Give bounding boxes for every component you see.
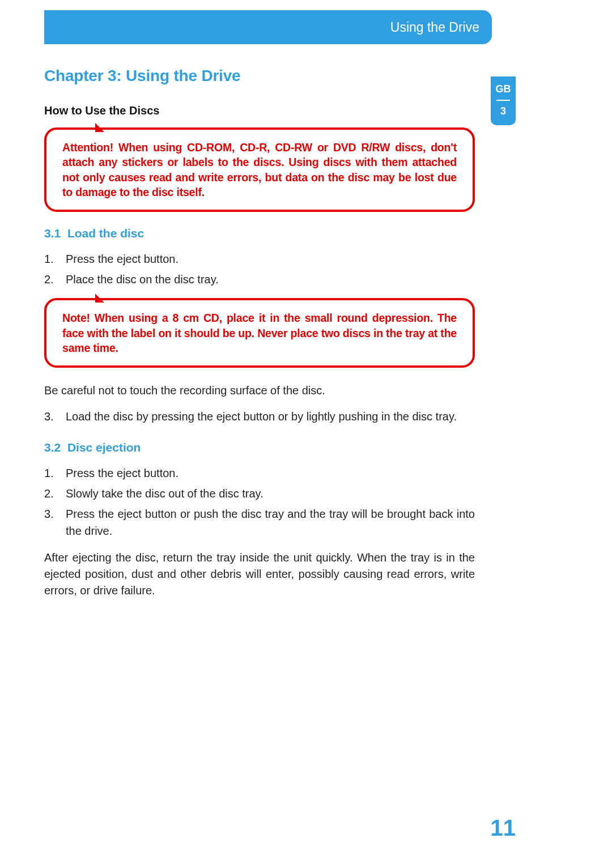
step-text: Load the disc by pressing the eject butt… (66, 408, 457, 425)
step-text: Press the eject button. (66, 250, 178, 267)
step-number: 3. (44, 408, 57, 425)
steps-3-1-a: 1.Press the eject button. 2.Place the di… (44, 250, 475, 288)
list-item: 1.Press the eject button. (44, 465, 475, 482)
body-paragraph: After ejecting the disc, return the tray… (44, 550, 475, 599)
body-paragraph: Be careful not to touch the recording su… (44, 382, 475, 399)
step-number: 1. (44, 465, 57, 482)
header-band: Using the Drive (44, 10, 492, 44)
list-item: 3.Press the eject button or push the dis… (44, 505, 475, 539)
steps-3-1-b: 3.Load the disc by pressing the eject bu… (44, 408, 475, 425)
list-item: 1.Press the eject button. (44, 250, 475, 267)
note-box: Note! When using a 8 cm CD, place it in … (44, 298, 475, 368)
step-text: Press the eject button. (66, 465, 178, 482)
header-title: Using the Drive (390, 20, 479, 35)
subsection-number: 3.2 (44, 441, 61, 454)
callout-notch-icon (95, 123, 104, 132)
page-content: Chapter 3: Using the Drive How to Use th… (44, 67, 475, 608)
step-number: 2. (44, 271, 57, 288)
step-text: Slowly take the disc out of the disc tra… (66, 485, 264, 502)
note-text: Note! When using a 8 cm CD, place it in … (62, 310, 457, 355)
section-heading: How to Use the Discs (44, 104, 475, 117)
steps-3-2: 1.Press the eject button. 2.Slowly take … (44, 465, 475, 539)
subsection-3-1: 3.1 Load the disc (44, 227, 475, 240)
step-text: Place the disc on the disc tray. (66, 271, 219, 288)
step-number: 1. (44, 250, 57, 267)
attention-text: Attention! When using CD-ROM, CD-R, CD-R… (62, 140, 457, 199)
subsection-3-2: 3.2 Disc ejection (44, 441, 475, 454)
attention-box: Attention! When using CD-ROM, CD-R, CD-R… (44, 127, 475, 212)
list-item: 3.Load the disc by pressing the eject bu… (44, 408, 475, 425)
chapter-heading: Chapter 3: Using the Drive (44, 67, 475, 85)
callout-notch-icon (95, 293, 104, 303)
subsection-title: Load the disc (67, 227, 144, 240)
subsection-title: Disc ejection (67, 441, 141, 454)
page-number: 11 (491, 815, 516, 841)
list-item: 2.Place the disc on the disc tray. (44, 271, 475, 288)
step-number: 2. (44, 485, 57, 502)
side-tab-divider (496, 100, 510, 101)
subsection-number: 3.1 (44, 227, 61, 240)
side-tab-chapter: 3 (500, 105, 506, 117)
side-tab: GB 3 (491, 76, 516, 125)
side-tab-lang: GB (496, 83, 511, 95)
list-item: 2.Slowly take the disc out of the disc t… (44, 485, 475, 502)
step-text: Press the eject button or push the disc … (66, 505, 475, 539)
step-number: 3. (44, 505, 57, 539)
